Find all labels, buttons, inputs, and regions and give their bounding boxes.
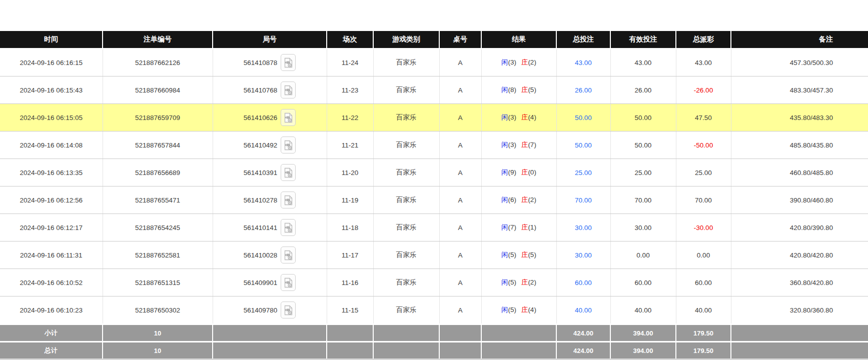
- table-row[interactable]: 2024-09-16 06:12:17 521887654245 5614101…: [0, 214, 868, 242]
- result-cell: 闲(5) 庄(5): [481, 242, 556, 269]
- total-bet-cell: 30.00: [556, 242, 610, 269]
- player-result: 闲(3): [501, 141, 516, 148]
- payout-value: 25.00: [695, 169, 712, 176]
- total-bet-link[interactable]: 70.00: [575, 196, 592, 204]
- video-replay-button[interactable]: [281, 192, 296, 208]
- valid-bet-cell: 25.00: [610, 159, 676, 186]
- header-row: 时间 注单编号 局号 场次 游戏类别 桌号 结果 总投注 有效投注 总派彩 备注: [0, 31, 868, 48]
- table-row[interactable]: 2024-09-16 06:15:05 521887659709 5614106…: [0, 104, 868, 132]
- round-id-cell: 561409780: [213, 296, 327, 324]
- total-bet-link[interactable]: 43.00: [575, 59, 592, 66]
- bet-history-page: 时间 注单编号 局号 场次 游戏类别 桌号 结果 总投注 有效投注 总派彩 备注…: [0, 31, 868, 360]
- game-type-cell: 百家乐: [373, 269, 439, 296]
- session-cell: 11-21: [327, 132, 373, 159]
- video-replay-button[interactable]: [281, 246, 296, 264]
- time-cell: 2024-09-16 06:14:08: [0, 132, 103, 159]
- total-bet-cell: 26.00: [556, 76, 610, 104]
- banker-points: (5): [528, 251, 536, 258]
- bet-id-cell: 521887657844: [103, 132, 213, 159]
- total-bet-link[interactable]: 50.00: [575, 142, 592, 149]
- table-no-cell: A: [439, 159, 481, 186]
- game-type-cell: 百家乐: [373, 296, 439, 324]
- table-row[interactable]: 2024-09-16 06:10:23 521887650302 5614097…: [0, 296, 868, 324]
- video-replay-icon: [284, 140, 293, 150]
- result-cell: 闲(5) 庄(4): [481, 296, 556, 324]
- summary-count-cell: 10: [103, 342, 213, 360]
- round-id-value: 561410028: [244, 252, 278, 259]
- table-row[interactable]: 2024-09-16 06:11:31 521887652581 5614100…: [0, 242, 868, 269]
- video-replay-icon: [284, 168, 293, 178]
- table-no-cell: A: [439, 104, 481, 132]
- summary-total-bet-cell: 424.00: [556, 342, 610, 360]
- banker-result: 庄(5): [521, 86, 536, 94]
- session-cell: 11-17: [327, 242, 373, 269]
- video-replay-button[interactable]: [281, 164, 296, 181]
- valid-bet-cell: 70.00: [610, 186, 676, 214]
- round-id-value: 561410492: [244, 142, 278, 149]
- banker-result: 庄(1): [521, 224, 536, 231]
- player-points: (3): [508, 141, 517, 148]
- video-replay-button[interactable]: [281, 219, 296, 236]
- total-bet-link[interactable]: 40.00: [575, 306, 592, 314]
- video-replay-button[interactable]: [281, 274, 296, 291]
- summary-empty-cell: [373, 324, 439, 342]
- bet-id-cell: 521887662126: [103, 48, 213, 76]
- round-id-cell: 561409901: [213, 269, 327, 296]
- summary-total-payout-cell: 179.50: [676, 342, 731, 360]
- video-replay-button[interactable]: [281, 302, 296, 318]
- video-replay-icon: [284, 58, 293, 68]
- video-replay-icon: [284, 278, 293, 288]
- player-points: (5): [508, 278, 517, 286]
- total-payout-cell: -50.00: [676, 132, 731, 159]
- table-row[interactable]: 2024-09-16 06:14:08 521887657844 5614104…: [0, 132, 868, 159]
- session-cell: 11-19: [327, 186, 373, 214]
- payout-value: -30.00: [694, 224, 713, 232]
- summary-empty-cell: [213, 324, 327, 342]
- round-id-cell: 561410141: [213, 214, 327, 242]
- player-result: 闲(3): [501, 114, 516, 121]
- total-bet-link[interactable]: 50.00: [575, 114, 592, 122]
- remark-cell: 390.80/460.80: [731, 186, 868, 214]
- total-bet-link[interactable]: 30.00: [575, 224, 592, 232]
- banker-result: 庄(5): [521, 251, 536, 258]
- col-header-valid-bet: 有效投注: [610, 31, 676, 48]
- table-no-cell: A: [439, 186, 481, 214]
- result-cell: 闲(3) 庄(2): [481, 48, 556, 76]
- banker-result: 庄(4): [521, 306, 536, 314]
- session-cell: 11-24: [327, 48, 373, 76]
- summary-empty-cell: [481, 342, 556, 360]
- total-payout-cell: 40.00: [676, 296, 731, 324]
- banker-points: (0): [528, 168, 536, 176]
- summary-row: 总计 10 424.00 394.00 179.50: [0, 342, 868, 360]
- total-bet-link[interactable]: 60.00: [575, 279, 592, 286]
- player-points: (7): [508, 224, 517, 231]
- session-cell: 11-20: [327, 159, 373, 186]
- valid-bet-cell: 40.00: [610, 296, 676, 324]
- video-replay-button[interactable]: [281, 54, 296, 71]
- table-row[interactable]: 2024-09-16 06:15:43 521887660984 5614107…: [0, 76, 868, 104]
- total-payout-cell: -26.00: [676, 76, 731, 104]
- round-id-value: 561410626: [244, 114, 278, 122]
- session-cell: 11-22: [327, 104, 373, 132]
- banker-result: 庄(0): [521, 168, 536, 176]
- video-replay-button[interactable]: [281, 136, 296, 154]
- total-payout-cell: 25.00: [676, 159, 731, 186]
- video-replay-button[interactable]: [281, 82, 296, 98]
- table-row[interactable]: 2024-09-16 06:12:56 521887655471 5614102…: [0, 186, 868, 214]
- summary-empty-cell: [731, 324, 868, 342]
- total-bet-link[interactable]: 26.00: [575, 86, 592, 94]
- total-bet-link[interactable]: 25.00: [575, 169, 592, 176]
- banker-label: 庄: [521, 251, 528, 258]
- remark-cell: 457.30/500.30: [731, 48, 868, 76]
- bet-id-cell: 521887652581: [103, 242, 213, 269]
- video-replay-button[interactable]: [281, 109, 296, 126]
- col-header-round-id: 局号: [213, 31, 327, 48]
- game-type-cell: 百家乐: [373, 132, 439, 159]
- table-row[interactable]: 2024-09-16 06:10:52 521887651315 5614099…: [0, 269, 868, 296]
- round-id-value: 561410141: [244, 224, 278, 232]
- result-cell: 闲(9) 庄(0): [481, 159, 556, 186]
- table-row[interactable]: 2024-09-16 06:13:35 521887656689 5614103…: [0, 159, 868, 186]
- time-cell: 2024-09-16 06:10:52: [0, 269, 103, 296]
- total-bet-link[interactable]: 30.00: [575, 252, 592, 259]
- table-row[interactable]: 2024-09-16 06:16:15 521887662126 5614108…: [0, 48, 868, 76]
